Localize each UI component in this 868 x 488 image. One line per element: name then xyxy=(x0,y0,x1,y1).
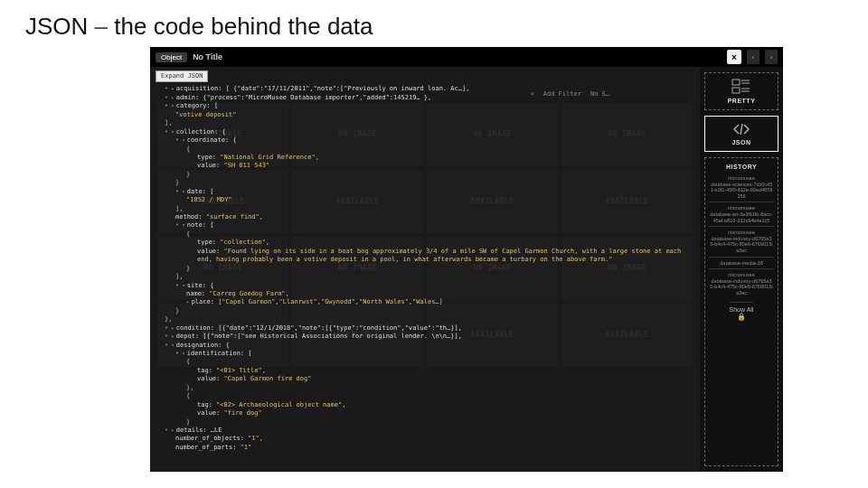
window-header: Object No Title × ‹ › xyxy=(150,47,783,67)
rail-label-pretty: PRETTY xyxy=(728,98,756,104)
right-rail: PRETTY JSON HISTORY micromuseedatabase-s… xyxy=(700,67,783,472)
code-icon xyxy=(731,122,751,136)
close-button[interactable]: × xyxy=(727,50,741,64)
json-key-condition[interactable]: condition: [{"date":"12/1/2018","note":[… xyxy=(176,324,462,332)
lock-icon: 🔒 xyxy=(737,313,746,321)
history-item[interactable]: micromuseedatabase-industry-d6765a35-b4c… xyxy=(709,268,774,298)
history-item[interactable]: micromuseedatabase-sciences-7cb0c451-b0f… xyxy=(709,173,774,202)
json-key-site[interactable]: site: { xyxy=(187,282,214,289)
no-s-label: No S… xyxy=(590,90,609,99)
prev-button[interactable]: ‹ xyxy=(747,50,760,64)
history-show-all[interactable]: Show All 🔒 xyxy=(730,302,754,321)
object-title: No Title xyxy=(193,52,222,61)
svg-line-6 xyxy=(741,124,742,135)
object-type-badge: Object xyxy=(156,52,187,62)
json-key-admin[interactable]: admin: {"process":"MicroMusee Database i… xyxy=(176,94,431,101)
json-key-depot[interactable]: depot: [{"note":["see Historical Associa… xyxy=(176,333,462,340)
rail-tab-pretty[interactable]: PRETTY xyxy=(704,72,778,110)
expand-json-button[interactable]: Expand JSON xyxy=(156,70,208,82)
search-icon[interactable]: ⌕ xyxy=(531,90,534,99)
json-viewer-pane: NO IMAGE NO IMAGE NO IMAGE NO IMAGE AVAI… xyxy=(150,67,700,472)
pretty-icon xyxy=(731,79,751,95)
slide-title-a: JSON xyxy=(25,13,88,40)
filter-controls: ⌕ Add Filter No S… xyxy=(531,90,609,99)
json-val-category: "votive deposit" xyxy=(175,111,236,118)
json-key-category[interactable]: category: [ xyxy=(176,102,218,109)
rail-label-json: JSON xyxy=(731,139,750,145)
json-key-identification[interactable]: identification: [ xyxy=(187,350,252,357)
add-filter-button[interactable]: Add Filter xyxy=(543,90,581,99)
slide-title: JSON – the code behind the data xyxy=(25,13,373,41)
rail-label-history: HISTORY xyxy=(726,164,757,170)
json-key-date[interactable]: date: [ xyxy=(187,188,214,195)
app-window: Object No Title × ‹ › NO IMAGE NO IMAGE … xyxy=(150,47,783,472)
history-item[interactable]: micromuseedatabase-art-3a3f61fb-8acc-45a… xyxy=(709,202,774,226)
history-list: micromuseedatabase-sciences-7cb0c451-b0f… xyxy=(709,173,774,299)
slide-title-b: the code behind the data xyxy=(114,13,373,40)
json-tree[interactable]: acquisition: [ {"date":"17/11/2011","not… xyxy=(156,85,694,452)
rail-tab-json[interactable]: JSON xyxy=(704,116,778,152)
json-key-acquisition[interactable]: acquisition: [ {"date":"17/11/2011","not… xyxy=(176,85,470,92)
rail-tab-history[interactable]: HISTORY micromuseedatabase-sciences-7cb0… xyxy=(704,157,778,466)
svg-rect-3 xyxy=(732,88,740,93)
json-key-designation[interactable]: designation: { xyxy=(176,342,230,349)
json-key-note[interactable]: note: [ xyxy=(187,221,214,229)
json-key-details[interactable]: details: …LE xyxy=(176,427,222,434)
next-button[interactable]: › xyxy=(765,50,778,64)
slide-title-dash: – xyxy=(88,13,114,40)
json-key-collection[interactable]: collection: { xyxy=(176,128,226,136)
svg-rect-0 xyxy=(732,80,740,85)
json-key-coordinate[interactable]: coordinate: { xyxy=(187,136,237,144)
history-item[interactable]: micromuseedatabase-industry-d6765a35-b4c… xyxy=(709,226,774,256)
history-item[interactable]: database-media-38 xyxy=(709,257,774,269)
